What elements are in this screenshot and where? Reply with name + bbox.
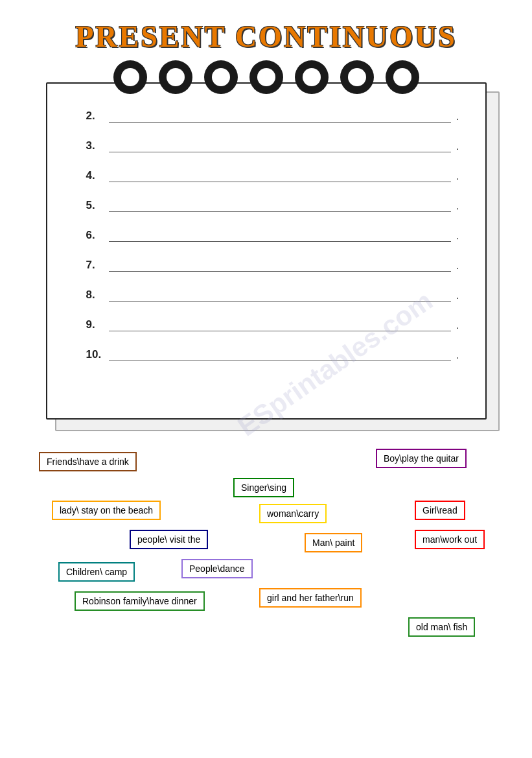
line-dot: . — [456, 141, 459, 152]
page-title: PRESENT CONTINUOUS — [75, 20, 457, 53]
line-dot: . — [456, 290, 459, 302]
line-item-3: 3.. — [86, 139, 459, 152]
card-14[interactable]: old man\ fish — [408, 617, 475, 637]
card-3[interactable]: Singer\sing — [233, 478, 294, 497]
ring-2 — [204, 60, 238, 94]
line-number: 9. — [86, 318, 109, 331]
line-blank — [109, 359, 452, 361]
line-dot: . — [456, 260, 459, 272]
rings-row — [0, 60, 532, 94]
line-blank — [109, 299, 452, 302]
line-number: 5. — [86, 199, 109, 212]
line-dot: . — [456, 349, 459, 361]
card-2[interactable]: Boy\play the quitar — [376, 449, 467, 468]
line-dot: . — [456, 111, 459, 123]
card-12[interactable]: girl and her father\run — [259, 588, 362, 608]
line-item-9: 9.. — [86, 318, 459, 331]
line-blank — [109, 239, 452, 242]
line-item-8: 8.. — [86, 289, 459, 302]
line-dot: . — [456, 200, 459, 212]
card-9[interactable]: man\work out — [415, 530, 485, 549]
cards-area: Friends\have a drinkBoy\play the quitarS… — [0, 439, 532, 685]
ring-1 — [159, 60, 192, 94]
line-blank — [109, 150, 452, 152]
line-item-7: 7.. — [86, 259, 459, 272]
line-item-6: 6.. — [86, 229, 459, 242]
line-dot: . — [456, 171, 459, 182]
line-number: 7. — [86, 259, 109, 272]
line-number: 4. — [86, 169, 109, 182]
line-item-4: 4.. — [86, 169, 459, 182]
card-5[interactable]: woman\carry — [259, 504, 327, 523]
card-7[interactable]: people\ visit the — [130, 530, 208, 549]
line-blank — [109, 180, 452, 182]
card-4[interactable]: lady\ stay on the beach — [52, 501, 161, 520]
line-number: 8. — [86, 289, 109, 302]
ring-3 — [249, 60, 283, 94]
line-item-5: 5.. — [86, 199, 459, 212]
line-dot: . — [456, 320, 459, 331]
line-number: 2. — [86, 110, 109, 123]
card-11[interactable]: People\dance — [181, 559, 253, 578]
watermark: ESprintables.com — [232, 285, 438, 443]
line-number: 6. — [86, 229, 109, 242]
card-10[interactable]: Children\ camp — [58, 562, 135, 582]
card-1[interactable]: Friends\have a drink — [39, 452, 137, 471]
line-item-10: 10.. — [86, 348, 459, 361]
ring-5 — [340, 60, 374, 94]
notebook-outer: ESprintables.com 2..3..4..5..6..7..8..9.… — [46, 82, 487, 420]
line-blank — [109, 209, 452, 212]
ring-4 — [295, 60, 329, 94]
notebook-page: ESprintables.com 2..3..4..5..6..7..8..9.… — [46, 82, 487, 420]
line-dot: . — [456, 230, 459, 242]
line-blank — [109, 269, 452, 272]
card-6[interactable]: Girl\read — [415, 501, 465, 520]
card-8[interactable]: Man\ paint — [305, 533, 362, 552]
line-blank — [109, 120, 452, 123]
line-blank — [109, 329, 452, 331]
title-area: PRESENT CONTINUOUS — [0, 0, 532, 54]
ring-6 — [386, 60, 419, 94]
ring-0 — [113, 60, 147, 94]
line-number: 3. — [86, 139, 109, 152]
line-number: 10. — [86, 348, 109, 361]
line-item-2: 2.. — [86, 110, 459, 123]
card-13[interactable]: Robinson family\have dinner — [75, 591, 205, 611]
